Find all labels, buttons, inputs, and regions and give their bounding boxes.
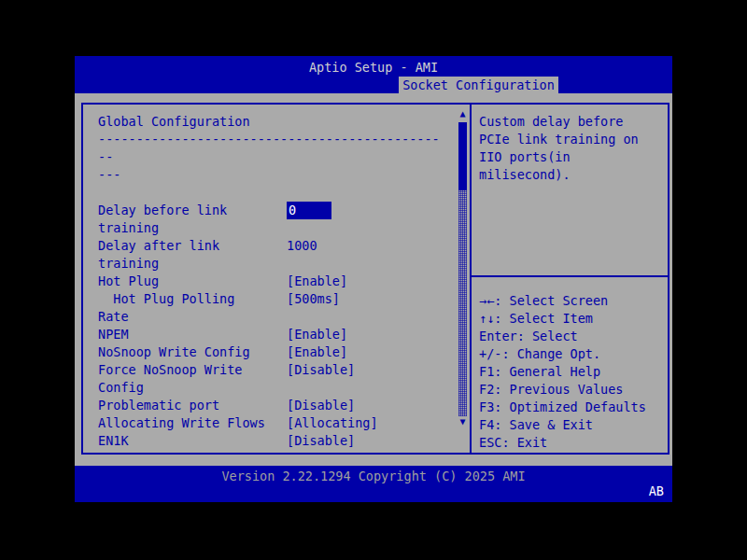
section-separator: ----------------------------------------…	[98, 131, 442, 184]
setting-row-nosnoop-write-config[interactable]: NoSnoop Write Config [Enable]	[98, 343, 442, 361]
help-description: Custom delay before PCIe link training o…	[479, 113, 664, 184]
setting-value: [Enable]	[287, 326, 347, 343]
hotkey-select-item: ↑↓: Select Item	[479, 310, 668, 328]
hotkey-legend: →←: Select Screen ↑↓: Select Item Enter:…	[479, 292, 668, 452]
setting-row-en1k[interactable]: EN1K [Disable]	[98, 432, 442, 450]
title-bar: Aptio Setup - AMI Socket Configuration	[75, 56, 672, 93]
help-panel: Custom delay before PCIe link training o…	[472, 103, 669, 455]
hotkey-f1-general-help: F1: General Help	[479, 363, 668, 381]
setting-value: 1000	[287, 237, 317, 255]
settings-list: Global Configuration -------------------…	[83, 105, 470, 450]
setting-row-delay-before-link-training[interactable]: Delay before link training 0	[98, 202, 442, 237]
setting-value: [Allocating]	[287, 414, 378, 432]
tab-socket-configuration[interactable]: Socket Configuration	[399, 77, 558, 93]
hotkey-f4-save-exit: F4: Save & Exit	[479, 416, 668, 434]
settings-panel: Global Configuration -------------------…	[81, 103, 472, 455]
setting-label: NPEM	[98, 326, 287, 343]
content-area: Global Configuration -------------------…	[75, 93, 672, 466]
scrollbar-track[interactable]	[458, 190, 467, 416]
setting-label: EN1K	[98, 432, 287, 450]
setting-row-allocating-write-flows[interactable]: Allocating Write Flows [Allocating]	[98, 414, 442, 432]
scrollbar-thumb[interactable]	[458, 122, 467, 190]
setting-value: [Enable]	[287, 343, 347, 361]
bios-setup-screen: Aptio Setup - AMI Socket Configuration G…	[75, 56, 672, 502]
setting-value: [Disable]	[287, 397, 355, 414]
setting-row-delay-after-link-training[interactable]: Delay after link training 1000	[98, 237, 442, 273]
setting-label: Hot Plug Polling Rate	[98, 290, 287, 326]
setting-value: [Enable]	[287, 273, 347, 290]
version-text: Version 2.22.1294 Copyright (C) 2025 AMI	[75, 466, 672, 485]
hotkey-esc-exit: ESC: Exit	[479, 434, 668, 452]
hotkey-f2-previous-values: F2: Previous Values	[479, 381, 668, 399]
setting-label: Hot Plug	[98, 273, 287, 290]
help-panel-divider	[472, 275, 668, 277]
scroll-down-icon[interactable]: ▼	[459, 416, 465, 427]
setting-row-hot-plug-polling-rate[interactable]: Hot Plug Polling Rate [500ms]	[98, 290, 442, 326]
setting-label: Delay before link training	[98, 202, 287, 237]
setting-value-selected: 0	[287, 202, 331, 219]
setting-value: [500ms]	[287, 290, 340, 308]
setting-row-hot-plug[interactable]: Hot Plug [Enable]	[98, 273, 442, 290]
scroll-up-icon[interactable]: ▲	[459, 108, 465, 119]
footer-corner-code: AB	[649, 483, 664, 500]
setting-label: Problematic port	[98, 397, 287, 414]
hotkey-f3-optimized-defaults: F3: Optimized Defaults	[479, 399, 668, 416]
setting-row-force-nosnoop-write-config[interactable]: Force NoSnoop Write Config [Disable]	[98, 361, 442, 397]
setting-row-npem[interactable]: NPEM [Enable]	[98, 326, 442, 343]
setting-label: NoSnoop Write Config	[98, 343, 287, 361]
setting-label: Delay after link training	[98, 237, 287, 273]
setting-value: [Disable]	[287, 361, 355, 379]
setting-label: Allocating Write Flows	[98, 414, 287, 432]
page-title: Aptio Setup - AMI	[75, 56, 672, 77]
setting-label: Force NoSnoop Write Config	[98, 361, 287, 397]
hotkey-enter-select: Enter: Select	[479, 328, 668, 345]
section-title: Global Configuration	[98, 113, 442, 131]
footer-bar: Version 2.22.1294 Copyright (C) 2025 AMI…	[75, 466, 672, 502]
scrollbar[interactable]: ▲ ▼	[458, 108, 468, 427]
hotkey-change-opt: +/-: Change Opt.	[479, 345, 668, 363]
bios-screen-background: { "header": { "title": "Aptio Setup - AM…	[0, 0, 747, 560]
setting-value: [Disable]	[287, 432, 355, 450]
setting-row-problematic-port[interactable]: Problematic port [Disable]	[98, 397, 442, 414]
hotkey-select-screen: →←: Select Screen	[479, 292, 668, 310]
